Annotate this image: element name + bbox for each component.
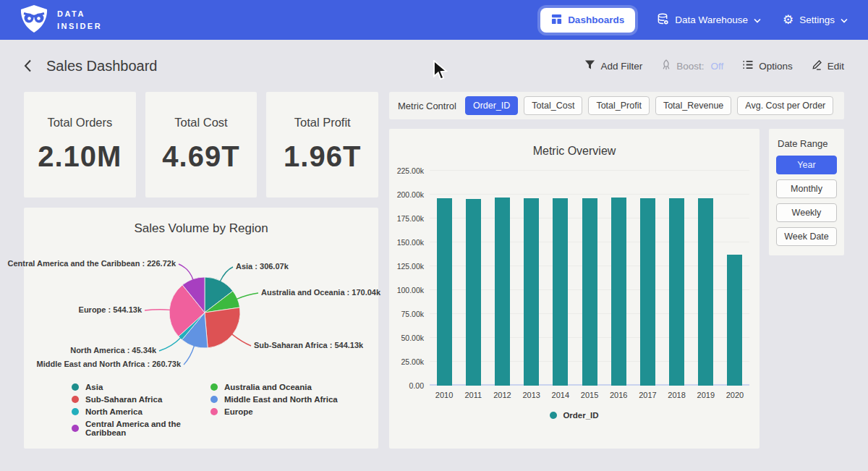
pie-legend-item[interactable]: North America <box>72 407 210 416</box>
legend-dot-icon <box>72 425 79 432</box>
y-tick-label: 150.00k <box>397 238 424 247</box>
dashboards-button[interactable]: Dashboards <box>540 8 635 33</box>
add-filter-button[interactable]: Add Filter <box>584 59 642 72</box>
pie-slice[interactable] <box>182 277 205 313</box>
bar[interactable] <box>437 198 452 386</box>
list-icon <box>742 60 754 72</box>
x-tick-label: 2016 <box>604 391 633 399</box>
bar[interactable] <box>524 198 539 386</box>
y-tick-label: 225.00k <box>397 166 424 175</box>
date-range-options: YearMonthlyWeeklyWeek Date <box>776 156 837 246</box>
bar[interactable] <box>640 198 655 386</box>
pie-leader-line <box>220 267 233 281</box>
pie-legend-item[interactable]: Central America and the Caribbean <box>72 420 210 437</box>
pie-leader-line <box>159 338 181 351</box>
bar-chart: 0.0025.00k50.00k75.00k100.00k125.00k150.… <box>389 158 760 399</box>
legend-dot-icon <box>210 383 218 391</box>
pie-slice[interactable] <box>205 277 233 313</box>
bar[interactable] <box>466 199 481 386</box>
x-tick-label: 2020 <box>720 391 749 399</box>
kpi-row: Total Orders 2.10M Total Cost 4.69T Tota… <box>24 92 378 198</box>
pie-slice[interactable] <box>205 291 239 313</box>
owl-logo-icon <box>20 4 48 36</box>
legend-label: Middle East and North Africa <box>224 395 338 404</box>
date-range-option[interactable]: Year <box>776 156 837 174</box>
pie-slice[interactable] <box>182 313 208 348</box>
date-range-option[interactable]: Week Date <box>776 227 837 246</box>
boost-toggle[interactable]: Boost:Off <box>661 59 723 73</box>
metric-chip[interactable]: Total_Revenue <box>655 96 731 115</box>
y-tick-label: 125.00k <box>397 262 424 271</box>
x-tick-label: 2018 <box>663 391 692 399</box>
pie-slice[interactable] <box>169 285 205 336</box>
pie-legend-item[interactable]: Sub-Saharan Africa <box>72 395 210 404</box>
x-tick-label: 2011 <box>459 391 488 399</box>
chevron-down-icon <box>841 14 848 25</box>
bar[interactable] <box>698 198 713 386</box>
bar[interactable] <box>495 198 510 386</box>
metric-chip[interactable]: Avg. Cost per Order <box>737 96 833 115</box>
edit-button[interactable]: Edit <box>812 59 844 72</box>
pie-legend-item[interactable]: Middle East and North Africa <box>210 395 338 404</box>
legend-dot-icon <box>72 383 79 391</box>
bar-chart-legend: Order_ID <box>389 411 760 420</box>
filter-icon <box>584 59 595 72</box>
date-range-title: Date Range <box>778 138 837 149</box>
options-button[interactable]: Options <box>742 60 793 72</box>
date-range-option[interactable]: Monthly <box>776 179 837 198</box>
brand-text: DATA INSIDER <box>57 8 102 32</box>
kpi-card-total-orders: Total Orders 2.10M <box>24 92 136 198</box>
pie-slice-label: Sub-Saharan Africa : 544.13k <box>254 341 363 349</box>
metric-chip[interactable]: Order_ID <box>465 96 518 115</box>
x-tick-label: 2013 <box>517 391 546 399</box>
pie-leader-line <box>184 346 195 365</box>
data-warehouse-menu[interactable]: Data Warehouse <box>657 13 761 27</box>
pie-legend-item[interactable]: Europe <box>210 407 338 416</box>
bar[interactable] <box>611 198 626 386</box>
settings-menu[interactable]: ⚙ Settings <box>783 14 848 26</box>
x-tick-label: 2019 <box>692 391 720 399</box>
kpi-label: Total Profit <box>294 116 351 130</box>
metric-chip[interactable]: Total_Profit <box>588 96 650 115</box>
legend-dot-icon <box>72 396 79 403</box>
bar[interactable] <box>582 198 597 386</box>
pie-leader-line <box>145 310 170 310</box>
dashboards-grid-icon <box>551 14 562 27</box>
back-button[interactable] <box>24 59 32 72</box>
metric-control-bar: Metric Control Order_IDTotal_CostTotal_P… <box>389 92 844 119</box>
metric-chip[interactable]: Total_Cost <box>524 96 582 115</box>
pie-slice-label: Middle East and North Africa : 260.73k <box>37 360 181 368</box>
brand-logo[interactable]: DATA INSIDER <box>20 4 102 36</box>
x-axis-labels: 2010201120122013201420152016201720182019… <box>430 391 749 399</box>
legend-dot-icon <box>550 412 557 419</box>
y-tick-label: 75.00k <box>401 310 424 318</box>
date-range-option[interactable]: Weekly <box>776 203 837 222</box>
pie-slice[interactable] <box>205 307 240 348</box>
bar[interactable] <box>727 255 742 386</box>
kpi-value: 4.69T <box>162 140 239 173</box>
pencil-icon <box>812 59 822 72</box>
legend-label: Europe <box>224 407 253 416</box>
legend-dot-icon <box>210 408 218 415</box>
bar[interactable] <box>553 198 568 386</box>
pie-slice-label: Australia and Oceania : 170.04k <box>261 288 380 297</box>
pie-slice[interactable] <box>179 313 205 340</box>
legend-label: Sub-Saharan Africa <box>85 395 162 404</box>
chevron-down-icon <box>754 14 761 25</box>
pie-legend-item[interactable]: Asia <box>72 383 210 391</box>
kpi-label: Total Cost <box>174 116 227 130</box>
kpi-value: 1.96T <box>284 140 361 173</box>
x-tick-label: 2017 <box>633 391 662 399</box>
pie-chart-title: Sales Volume by Region <box>24 208 378 236</box>
x-tick-label: 2014 <box>546 391 575 399</box>
pie-leader-line <box>237 293 258 299</box>
bar[interactable] <box>669 198 684 386</box>
y-tick-label: 25.00k <box>401 357 424 366</box>
x-tick-label: 2010 <box>430 391 459 399</box>
legend-label: North America <box>85 407 142 416</box>
pie-legend-item[interactable]: Australia and Oceania <box>210 383 338 391</box>
pie-legend: AsiaSub-Saharan AfricaNorth AmericaCentr… <box>72 383 338 437</box>
y-tick-label: 200.00k <box>397 190 424 199</box>
legend-label: Asia <box>85 383 103 391</box>
legend-dot-icon <box>72 408 79 415</box>
